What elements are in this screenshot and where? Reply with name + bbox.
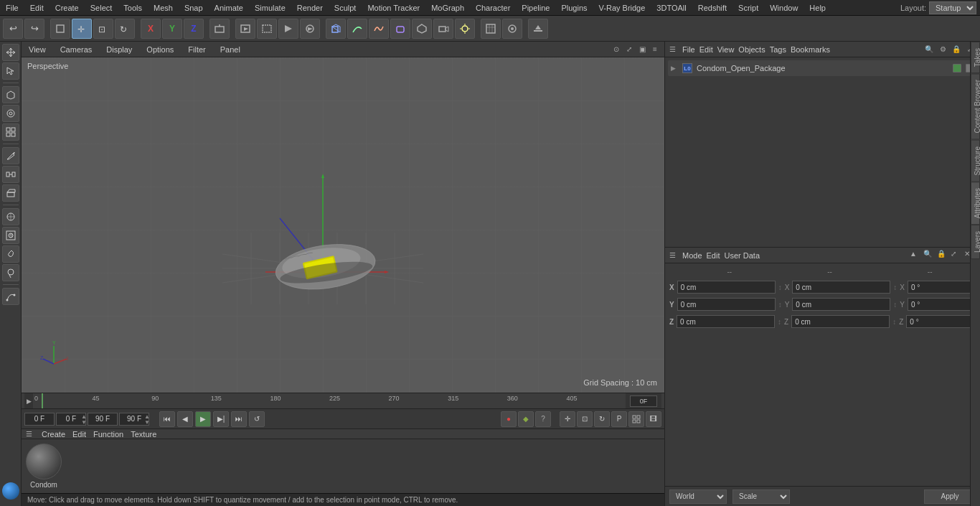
vp-menu-cameras[interactable]: Cameras bbox=[57, 44, 95, 55]
rotate-pb-button[interactable]: ↻ bbox=[594, 411, 610, 427]
attr-y-arrow1[interactable]: ↕ bbox=[778, 301, 782, 309]
mat-menu-create[interactable]: Create bbox=[42, 430, 65, 439]
mat-menu-texture[interactable]: Texture bbox=[131, 430, 156, 439]
layout-select[interactable]: Startup bbox=[929, 1, 976, 14]
vp-menu-view[interactable]: View bbox=[26, 44, 49, 55]
obj-menu-file[interactable]: File bbox=[682, 45, 695, 54]
obj-menu-view[interactable]: View bbox=[717, 45, 735, 54]
attr-up-icon[interactable]: ▲ bbox=[910, 250, 921, 261]
menu-pipeline[interactable]: Pipeline bbox=[516, 2, 555, 14]
deformer-button[interactable] bbox=[390, 19, 410, 39]
attr-z-val1[interactable] bbox=[677, 315, 775, 328]
scale-select[interactable]: Scale bbox=[732, 489, 790, 504]
tool-knife[interactable] bbox=[2, 147, 19, 164]
menu-help[interactable]: Help bbox=[804, 2, 831, 14]
rtab-layers[interactable]: Layers bbox=[971, 225, 980, 259]
attr-z-arrow1[interactable]: ↕ bbox=[778, 318, 781, 326]
world-select[interactable]: World bbox=[669, 489, 727, 504]
floor-snap-button[interactable] bbox=[528, 19, 548, 39]
play-button[interactable]: ▶ bbox=[195, 411, 211, 427]
x-axis-button[interactable]: X bbox=[141, 19, 161, 39]
goto-end-button[interactable]: ⏭ bbox=[231, 411, 247, 427]
current-frame-input[interactable]: 0 F bbox=[24, 413, 55, 426]
vp-menu-filter[interactable]: Filter bbox=[185, 44, 208, 55]
end-frame-input[interactable]: 90 F bbox=[88, 413, 118, 426]
apply-button[interactable]: Apply bbox=[924, 489, 976, 504]
frame-input[interactable] bbox=[630, 395, 657, 407]
rotate-tool-button[interactable]: ↻ bbox=[115, 19, 135, 39]
vp-render-icon[interactable]: ▣ bbox=[637, 44, 647, 55]
attr-lock2-icon[interactable]: 🔒 bbox=[937, 250, 948, 261]
end-frame2-up[interactable]: ▲ bbox=[144, 413, 150, 419]
menu-script[interactable]: Script bbox=[732, 2, 764, 14]
tool-paint[interactable] bbox=[2, 245, 19, 263]
viewport[interactable]: Perspective bbox=[22, 57, 664, 393]
y-axis-button[interactable]: Y bbox=[162, 19, 182, 39]
attr-y-val1[interactable] bbox=[677, 298, 776, 311]
goto-start-button[interactable]: ⏮ bbox=[159, 411, 175, 427]
obj-lock-icon[interactable]: 🔒 bbox=[951, 44, 962, 55]
move-pb-button[interactable]: ✛ bbox=[560, 411, 575, 427]
attr-menu-mode[interactable]: Mode bbox=[682, 251, 702, 260]
menu-redshift[interactable]: Redshift bbox=[692, 2, 732, 14]
menu-select[interactable]: Select bbox=[85, 2, 118, 14]
attr-x-val3[interactable] bbox=[908, 281, 980, 294]
cube-button[interactable] bbox=[326, 19, 346, 39]
tool-sculpt-brush[interactable] bbox=[2, 264, 19, 281]
tool-extrude[interactable] bbox=[2, 184, 19, 202]
menu-character[interactable]: Character bbox=[470, 2, 516, 14]
tool-grid[interactable] bbox=[2, 123, 19, 141]
scale-tool-button[interactable]: ⊡ bbox=[93, 19, 113, 39]
interactive-render-button[interactable] bbox=[300, 19, 320, 39]
rtab-takes[interactable]: Takes bbox=[971, 42, 980, 73]
scene-obj-button[interactable] bbox=[412, 19, 432, 39]
snap-pb-button[interactable]: P bbox=[611, 411, 627, 427]
attr-y-val2[interactable] bbox=[792, 298, 890, 311]
obj-expand-arrow[interactable]: ▶ bbox=[671, 65, 678, 72]
menu-animate[interactable]: Animate bbox=[209, 2, 249, 14]
record-button[interactable]: ● bbox=[501, 411, 517, 427]
grid-pb-button[interactable] bbox=[628, 411, 644, 427]
tool-texture[interactable]: S bbox=[2, 227, 19, 244]
vp-lock-icon[interactable]: ⊙ bbox=[611, 44, 621, 55]
viewport-solo-button[interactable] bbox=[502, 19, 522, 39]
render-button[interactable] bbox=[278, 19, 298, 39]
attr-search-icon[interactable]: 🔍 bbox=[923, 250, 935, 261]
vp-menu-display[interactable]: Display bbox=[103, 44, 135, 55]
obj-item-condom[interactable]: ▶ L0 Condom_Open_Package bbox=[668, 60, 977, 76]
redo-button[interactable]: ↪ bbox=[24, 19, 44, 39]
menu-edit[interactable]: Edit bbox=[24, 2, 50, 14]
vp-fit-icon[interactable]: ⤢ bbox=[624, 44, 634, 55]
attr-x-val2[interactable] bbox=[792, 281, 890, 294]
prev-frame-button[interactable]: ◀ bbox=[177, 411, 193, 427]
timeline[interactable]: ▶ 0 45 90 135 180 225 270 315 360 405 bbox=[22, 393, 664, 408]
auto-key-button[interactable]: ◆ bbox=[518, 411, 534, 427]
loop-button[interactable]: ↺ bbox=[249, 411, 265, 427]
perspective-view-button[interactable] bbox=[481, 19, 501, 39]
attr-x-arrow1[interactable]: ↕ bbox=[778, 284, 782, 291]
tool-spline-pen[interactable] bbox=[2, 288, 19, 305]
undo-button[interactable]: ↩ bbox=[3, 19, 23, 39]
tool-bridge[interactable] bbox=[2, 166, 19, 183]
menu-plugins[interactable]: Plugins bbox=[555, 2, 593, 14]
start-frame-down[interactable]: ▼ bbox=[81, 419, 87, 425]
obj-visibility-dot[interactable] bbox=[953, 64, 961, 72]
menu-simulate[interactable]: Simulate bbox=[249, 2, 291, 14]
camera-button[interactable] bbox=[433, 19, 453, 39]
rtab-content-browser[interactable]: Content Browser bbox=[971, 73, 980, 139]
end-frame2-down[interactable]: ▼ bbox=[144, 419, 150, 425]
attr-x-val1[interactable] bbox=[677, 281, 776, 294]
help-button[interactable]: ? bbox=[535, 411, 551, 427]
menu-mesh[interactable]: Mesh bbox=[148, 2, 179, 14]
film-pb-button[interactable]: 🎞 bbox=[646, 411, 661, 427]
model-mode-button[interactable] bbox=[50, 19, 70, 39]
menu-snap[interactable]: Snap bbox=[179, 2, 209, 14]
tool-select[interactable] bbox=[2, 62, 19, 80]
obj-menu-tags[interactable]: Tags bbox=[770, 45, 786, 54]
attr-z-val2[interactable] bbox=[791, 315, 890, 328]
object-tool-button[interactable] bbox=[209, 19, 230, 39]
menu-mograph[interactable]: MoGraph bbox=[425, 2, 470, 14]
menu-vray-bridge[interactable]: V-Ray Bridge bbox=[593, 2, 651, 14]
attr-y-val3[interactable] bbox=[908, 298, 980, 311]
tool-loop-selection[interactable] bbox=[2, 105, 19, 122]
